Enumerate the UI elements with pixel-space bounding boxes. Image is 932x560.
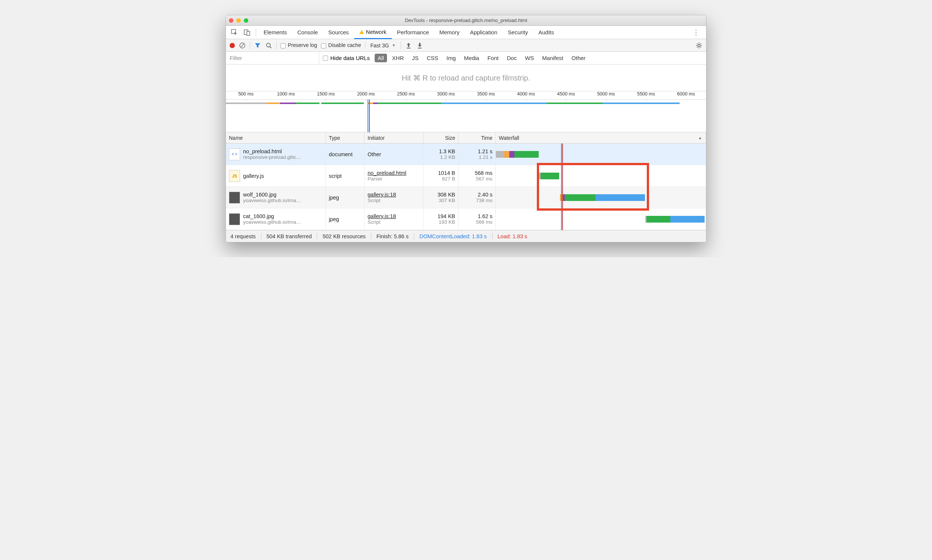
status-transferred: 504 KB transferred [266,233,312,239]
request-domain: yoavweiss.github.io/ima… [243,219,301,225]
filter-type-doc[interactable]: Doc [504,54,520,62]
filter-icon[interactable] [254,42,261,49]
svg-point-5 [266,43,270,47]
svg-line-15 [700,47,701,47]
tab-security[interactable]: Security [503,26,533,39]
overview-tick: 4500 ms [546,91,586,99]
tab-audits[interactable]: Audits [533,26,559,39]
overview-tick: 2000 ms [346,91,386,99]
request-type: jpeg [326,208,364,230]
col-initiator: Initiator [364,132,423,143]
js-file-icon: JS [229,170,240,182]
disable-cache-checkbox[interactable]: Disable cache [321,42,361,48]
request-row[interactable]: < >no_preload.htmlresponsive-preload.gli… [226,143,706,165]
request-row[interactable]: JSgallery.jsscriptno_preload.htmlParser1… [226,165,706,187]
filter-type-img[interactable]: Img [444,54,459,62]
waterfall-cell[interactable] [496,165,706,186]
preserve-log-checkbox[interactable]: Preserve log [280,42,317,48]
download-har-icon[interactable] [416,42,423,49]
throttling-select[interactable]: Fast 3G▼ [369,43,397,48]
svg-line-17 [700,43,701,44]
network-toolbar: Preserve log Disable cache Fast 3G▼ [226,39,706,52]
window-title: DevTools - responsive-preload.glitch.me/… [226,17,706,23]
tab-sources[interactable]: Sources [323,26,354,39]
status-bar: 4 requests 504 KB transferred 502 KB res… [226,230,706,242]
request-name: cat_1600.jpg [243,213,301,219]
tab-network[interactable]: Network [354,26,392,39]
titlebar: DevTools - responsive-preload.glitch.me/… [226,15,706,26]
overview-load-marker [369,100,370,132]
svg-point-9 [698,45,700,47]
overview-tick: 3000 ms [426,91,466,99]
waterfall-load-line [562,143,563,230]
filmstrip-hint: Hit ⌘ R to reload and capture filmstrip. [226,65,706,91]
waterfall-dcl-line [561,143,562,230]
waterfall-cell[interactable] [496,187,706,208]
status-dcl: DOMContentLoaded: 1.83 s [420,233,487,239]
svg-rect-7 [407,48,411,48]
settings-icon[interactable] [696,42,702,49]
request-type: document [326,143,364,165]
request-initiator[interactable]: gallery.js:18 [368,192,420,198]
hide-data-urls-checkbox[interactable]: Hide data URLs [319,55,374,61]
filter-bar: Hide data URLs AllXHRJSCSSImgMediaFontDo… [226,52,706,65]
tab-memory[interactable]: Memory [434,26,465,39]
svg-line-14 [697,43,698,44]
status-requests: 4 requests [231,233,256,239]
tab-console[interactable]: Console [292,26,323,39]
inspect-element-icon[interactable] [231,28,238,37]
col-size: Size [423,132,458,143]
filter-input[interactable] [226,52,319,64]
filter-type-ws[interactable]: WS [522,54,537,62]
col-name: Name [226,132,326,143]
request-name: gallery.js [243,173,264,179]
svg-line-4 [240,44,244,47]
filter-type-media[interactable]: Media [461,54,482,62]
request-initiator[interactable]: gallery.js:18 [368,213,420,219]
overview-tick: 3500 ms [466,91,506,99]
overview-tick: 500 ms [226,91,266,99]
request-row[interactable]: wolf_1600.jpgyoavweiss.github.io/ima…jpe… [226,187,706,208]
filter-type-xhr[interactable]: XHR [389,54,407,62]
overview-tick: 5500 ms [626,91,666,99]
waterfall-cell[interactable] [496,208,706,230]
status-resources: 502 KB resources [323,233,365,239]
col-waterfall: Waterfall▲ [496,132,706,143]
request-row[interactable]: cat_1600.jpgyoavweiss.github.io/ima…jpeg… [226,208,706,230]
filter-type-font[interactable]: Font [484,54,501,62]
overview-tick: 1500 ms [306,91,346,99]
request-name: no_preload.html [243,148,301,154]
warning-icon [359,30,364,34]
img-file-icon [229,192,240,203]
filter-type-js[interactable]: JS [409,54,421,62]
tab-performance[interactable]: Performance [392,26,434,39]
device-toolbar-icon[interactable] [243,28,251,37]
search-icon[interactable] [265,42,272,49]
requests-table: Name Type Initiator Size Time Waterfall▲… [226,132,706,230]
filter-type-manifest[interactable]: Manifest [539,54,566,62]
request-initiator[interactable]: no_preload.html [368,170,420,176]
filter-type-all[interactable]: All [375,54,387,62]
request-domain: responsive-preload.glitc… [243,154,301,160]
table-header[interactable]: Name Type Initiator Size Time Waterfall▲ [226,132,706,143]
tab-application[interactable]: Application [465,26,503,39]
svg-rect-2 [247,31,250,35]
overview-tick: 2500 ms [386,91,426,99]
record-button[interactable] [230,43,235,48]
col-type: Type [326,132,364,143]
filter-type-other[interactable]: Other [569,54,589,62]
request-domain: yoavweiss.github.io/ima… [243,198,301,203]
filter-type-css[interactable]: CSS [424,54,441,62]
request-type: jpeg [326,187,364,208]
timeline-overview[interactable]: 500 ms1000 ms1500 ms2000 ms2500 ms3000 m… [226,91,706,132]
clear-button[interactable] [238,42,246,49]
more-tabs-icon[interactable]: ⋮ [693,28,700,37]
col-time: Time [458,132,496,143]
overview-tick: 1000 ms [266,91,306,99]
tab-elements[interactable]: Elements [258,26,292,39]
upload-har-icon[interactable] [405,42,412,49]
img-file-icon [229,213,240,225]
panel-tabs: ElementsConsoleSourcesNetworkPerformance… [226,26,706,39]
waterfall-cell[interactable] [496,143,706,165]
status-finish: Finish: 5.86 s [377,233,409,239]
